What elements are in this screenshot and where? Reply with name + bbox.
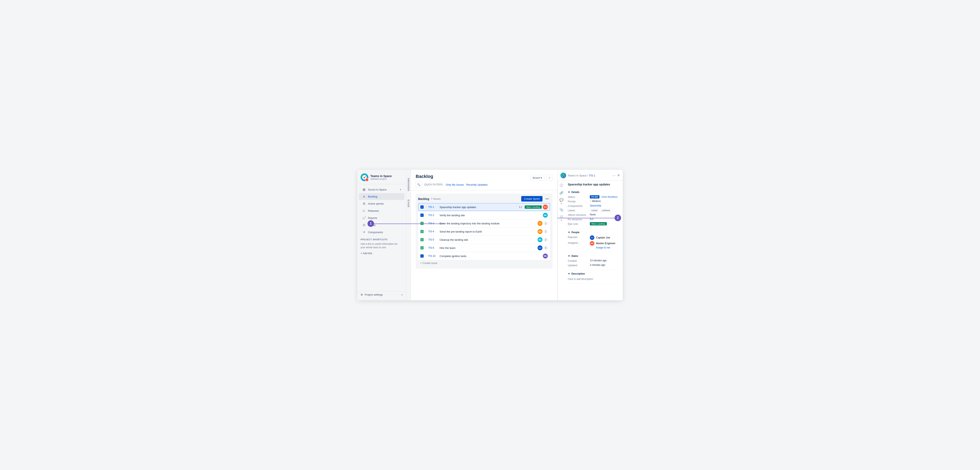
- issue-checkbox-tis2[interactable]: ✓: [420, 214, 424, 217]
- status-badge[interactable]: TO DO: [590, 195, 600, 198]
- sidebar-item-active-sprints[interactable]: ⊞ Active sprints: [359, 200, 404, 207]
- issue-checkbox-tis10[interactable]: ✓: [420, 254, 424, 258]
- only-my-issues-filter[interactable]: Only My Issues: [446, 183, 464, 186]
- description-section-title[interactable]: ▼ Description: [568, 272, 620, 275]
- link-icon[interactable]: 🔗: [559, 191, 563, 195]
- reporter-name: Captain Joe: [596, 236, 610, 239]
- table-row[interactable]: ✓ ↑ TIS-6 Hire the team CJ 5: [418, 244, 550, 252]
- assignee-label: Assignee:: [568, 241, 588, 245]
- table-row[interactable]: ✓ ↑ TIS-5 Cleanup the landing site ME 2: [418, 236, 550, 244]
- count-tis4: 1: [544, 230, 548, 233]
- status-label: Status:: [568, 195, 588, 198]
- add-link-button[interactable]: + Add link: [357, 251, 406, 256]
- dates-chevron-icon: ▼: [568, 255, 570, 257]
- epic-label: Epic Link:: [568, 222, 588, 225]
- recently-updated-filter[interactable]: Recently Updated: [466, 183, 487, 186]
- page-title: Backlog: [416, 174, 433, 179]
- detail-header-actions: ··· ✕: [612, 174, 620, 177]
- table-row[interactable]: ✓ ↑ TIS-2 Verify the landing site ME: [418, 211, 550, 219]
- description-placeholder[interactable]: Click to add description: [568, 277, 620, 281]
- epic-link-field: Epic Link: Mars Landing: [568, 222, 620, 225]
- issue-badges-tis10: ME: [543, 254, 548, 259]
- view-workflow-link[interactable]: (View Workflow): [601, 195, 617, 198]
- comment-icon[interactable]: 💬 0: [559, 198, 563, 205]
- table-row[interactable]: ✓ ↑ TIS-4 Send the pre-landing report to…: [418, 228, 550, 235]
- reporter-label: Reporter:: [568, 235, 588, 239]
- detail-more-button[interactable]: ···: [612, 174, 616, 177]
- sidebar-item-reports[interactable]: 📈 Reports: [359, 214, 404, 221]
- project-settings-button[interactable]: ⚙ Project settings: [361, 293, 383, 296]
- issue-checkbox-tis5[interactable]: ✓: [420, 238, 424, 241]
- search-button[interactable]: 🔍: [416, 181, 422, 188]
- sidebar-item-issues[interactable]: ⊟ Issues: [359, 222, 404, 229]
- app-container: 🚀 Teams in Space Software project ▦ Scru…: [357, 170, 623, 300]
- dates-title-text: Dates: [571, 255, 578, 257]
- sidebar: 🚀 Teams in Space Software project ▦ Scru…: [357, 170, 406, 300]
- issue-summary-tis2: Verify the landing site: [439, 214, 541, 217]
- callout-1: 1: [368, 220, 374, 227]
- sidebar-item-components[interactable]: ✦ Components: [359, 229, 404, 236]
- issue-checkbox-tis1[interactable]: ✓: [420, 205, 424, 209]
- avatar-tis3: CJ: [538, 221, 542, 226]
- backlog-more-button[interactable]: •••: [544, 197, 550, 201]
- details-chevron-icon: ▼: [568, 191, 570, 194]
- releases-icon: ⊏: [362, 209, 366, 213]
- labels-field: Labels: rocket software: [568, 209, 620, 212]
- issue-checkbox-tis6[interactable]: ✓: [420, 246, 424, 249]
- component-field: Component/s: Spaceship: [568, 204, 620, 208]
- sidebar-item-scrum[interactable]: ▦ Scrum in Space ▾: [359, 186, 404, 193]
- checklist-icon[interactable]: ☑ 0: [560, 215, 563, 222]
- issue-list: ✓ ↑ TIS-1 Spaceship tracker app updates …: [418, 203, 550, 260]
- issue-badges-tis4: ME 1: [538, 229, 548, 234]
- affects-label: Affects Version/s:: [568, 213, 588, 216]
- people-section-title[interactable]: ▼ People: [568, 231, 620, 234]
- epics-tab[interactable]: EPICS: [407, 199, 410, 207]
- project-logo: 🚀: [361, 173, 368, 181]
- info-icon[interactable]: ⓘ: [560, 183, 563, 188]
- collapse-sidebar-button[interactable]: «: [401, 293, 403, 296]
- sidebar-item-releases[interactable]: ⊏ Releases: [359, 207, 404, 214]
- avatar-tis1: CJ: [543, 205, 548, 210]
- attachment-icon[interactable]: 📎: [559, 208, 563, 212]
- sidebar-footer: ⚙ Project settings «: [357, 291, 406, 298]
- table-row[interactable]: ✓ ↑ TIS-1 Spaceship tracker app updates …: [418, 203, 550, 211]
- create-sprint-button[interactable]: Create Sprint: [521, 196, 542, 202]
- dates-section-title[interactable]: ▼ Dates: [568, 255, 620, 257]
- table-row[interactable]: ✓ ↑ TIS-10 Complete ignition tests ME: [418, 252, 550, 260]
- active-sprints-label: Active sprints: [368, 202, 401, 205]
- versions-tab[interactable]: VERSIONS: [407, 178, 410, 191]
- backlog-icon: ≡: [362, 195, 366, 198]
- issue-checkbox-tis3[interactable]: ✓: [420, 222, 424, 225]
- issue-checkbox-tis4[interactable]: ✓: [420, 230, 424, 233]
- checklist-count: 0: [561, 219, 562, 222]
- expand-button[interactable]: ⤢: [546, 175, 552, 181]
- table-row[interactable]: ✓ ↑ TIS-3 Enter the landing trajectory i…: [418, 219, 550, 227]
- detail-header: 🚀 Teams in Space / TIS-1 ··· ✕: [558, 170, 623, 181]
- people-title-text: People: [571, 231, 579, 234]
- issue-key-tis3: TIS-3: [428, 222, 438, 225]
- details-section: ▼ Details Status: TO DO (View Workflow) …: [568, 189, 620, 229]
- callout-line-1: [374, 224, 444, 224]
- epic-link-value[interactable]: Mars Landing: [590, 222, 607, 225]
- backlog-actions: Create Sprint •••: [521, 196, 550, 202]
- avatar-tis10: ME: [543, 254, 548, 259]
- comment-count: 0: [561, 202, 562, 205]
- board-button[interactable]: Board ▾: [530, 175, 545, 181]
- backlog-content: Backlog 7 issues Create Sprint ••• ✓ ↑ T…: [411, 191, 557, 300]
- created-value: 13 minutes ago: [590, 259, 606, 262]
- component-value[interactable]: Spaceship: [590, 204, 601, 207]
- scrum-chevron-icon: ▾: [400, 188, 401, 191]
- detail-close-button[interactable]: ✕: [617, 174, 620, 177]
- assign-to-me-link[interactable]: Assign to me: [596, 246, 610, 249]
- reports-icon: 📈: [362, 216, 366, 220]
- details-section-title[interactable]: ▼ Details: [568, 191, 620, 194]
- create-issue-button[interactable]: + Create issue: [418, 260, 550, 266]
- project-name: Teams in Space: [371, 175, 392, 178]
- issue-summary-tis1: Spaceship tracker app updates: [439, 206, 516, 209]
- sidebar-item-backlog[interactable]: ≡ Backlog: [359, 193, 404, 200]
- issue-key-tis5: TIS-5: [428, 238, 438, 241]
- detail-breadcrumb: Teams in Space / TIS-1: [568, 174, 611, 177]
- assignee-field: Assignee: ME Master Engineer Assign to m…: [568, 241, 620, 249]
- detail-side-icons: ⓘ 🔗 💬 0 📎 ☑ 0: [558, 181, 565, 300]
- shortcuts-text: Add a link to useful information for you…: [357, 241, 406, 251]
